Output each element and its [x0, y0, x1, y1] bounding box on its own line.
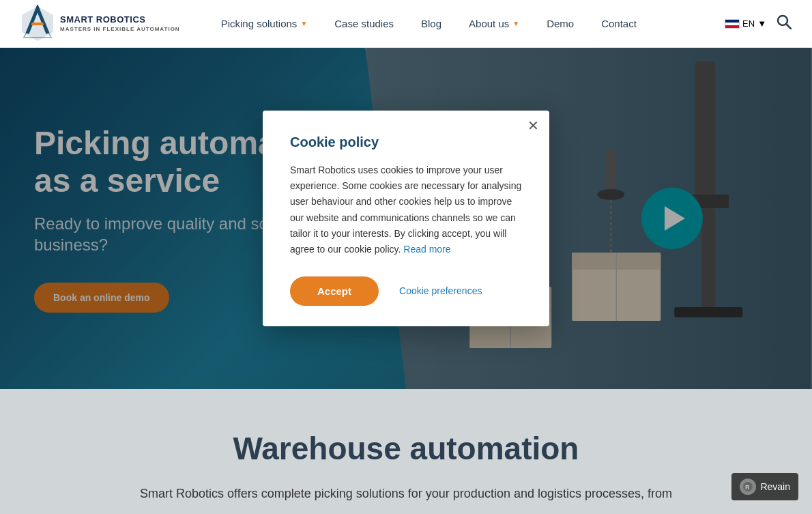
modal-close-button[interactable]: ✕: [527, 119, 539, 132]
search-icon: [777, 14, 792, 29]
picking-solutions-caret: ▼: [300, 20, 307, 27]
read-more-link[interactable]: Read more: [403, 244, 450, 255]
logo-icon: [20, 5, 55, 42]
svg-line-3: [787, 25, 792, 29]
revain-label: Revain: [760, 481, 790, 492]
about-us-caret: ▼: [512, 20, 519, 27]
hero-section: Picking automation as a service Ready to…: [0, 48, 812, 389]
play-triangle-icon: [665, 206, 685, 231]
nav-blog[interactable]: Blog: [407, 0, 455, 48]
svg-rect-5: [695, 61, 715, 198]
nav-about-us[interactable]: About us ▼: [455, 0, 533, 48]
logo-text: smaRT robotics masters in flexible autom…: [60, 14, 180, 33]
flag-icon: [725, 19, 740, 29]
nav-right: EN ▼: [725, 14, 792, 33]
modal-actions: Accept Cookie preferences: [290, 276, 522, 306]
play-video-button[interactable]: [641, 188, 703, 249]
revain-logo-icon: R: [742, 481, 753, 492]
accept-button[interactable]: Accept: [290, 276, 379, 306]
revain-icon: R: [740, 479, 756, 495]
warehouse-desc-1: Smart Robotics offers complete picking s…: [133, 484, 679, 504]
revain-badge[interactable]: R Revain: [731, 473, 798, 500]
lang-caret: ▼: [757, 18, 766, 29]
modal-body-text: Smart Robotics uses cookies to improve y…: [290, 165, 521, 254]
svg-point-13: [597, 189, 624, 200]
svg-rect-12: [606, 150, 616, 191]
svg-rect-8: [674, 307, 742, 317]
svg-rect-7: [701, 208, 715, 311]
logo[interactable]: smaRT robotics masters in flexible autom…: [20, 5, 180, 42]
modal-body: Smart Robotics uses cookies to improve y…: [290, 162, 522, 257]
nav-picking-solutions[interactable]: Picking solutions ▼: [207, 0, 321, 48]
nav-case-studies[interactable]: Case studies: [321, 0, 407, 48]
language-selector[interactable]: EN ▼: [725, 18, 766, 29]
cookie-preferences-link[interactable]: Cookie preferences: [399, 285, 482, 296]
search-button[interactable]: [777, 14, 792, 33]
warehouse-title: Warehouse automation: [20, 430, 792, 467]
navbar: smaRT robotics masters in flexible autom…: [0, 0, 812, 48]
nav-links: Picking solutions ▼ Case studies Blog Ab…: [207, 0, 725, 48]
nav-contact[interactable]: Contact: [588, 0, 650, 48]
warehouse-section: Warehouse automation Smart Robotics offe…: [0, 389, 812, 514]
modal-title: Cookie policy: [290, 134, 522, 150]
lang-label: EN: [742, 18, 755, 29]
book-demo-button[interactable]: Book an online demo: [34, 283, 169, 313]
cookie-modal: ✕ Cookie policy Smart Robotics uses cook…: [263, 111, 549, 326]
nav-demo[interactable]: Demo: [533, 0, 588, 48]
svg-text:R: R: [745, 484, 750, 491]
